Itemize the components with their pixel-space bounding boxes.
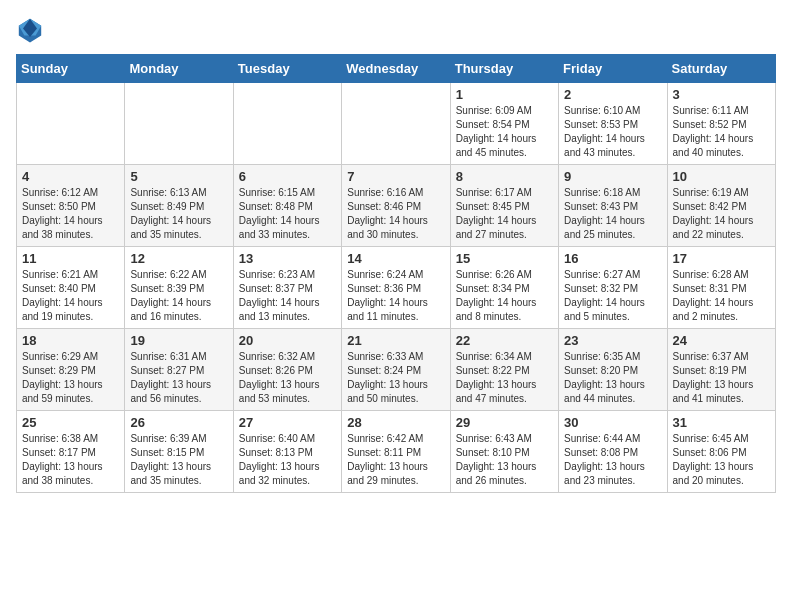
day-info: Sunrise: 6:17 AM Sunset: 8:45 PM Dayligh… [456,186,553,242]
calendar-week-row: 18Sunrise: 6:29 AM Sunset: 8:29 PM Dayli… [17,329,776,411]
calendar-day-cell: 5Sunrise: 6:13 AM Sunset: 8:49 PM Daylig… [125,165,233,247]
day-info: Sunrise: 6:18 AM Sunset: 8:43 PM Dayligh… [564,186,661,242]
day-info: Sunrise: 6:43 AM Sunset: 8:10 PM Dayligh… [456,432,553,488]
day-info: Sunrise: 6:22 AM Sunset: 8:39 PM Dayligh… [130,268,227,324]
day-info: Sunrise: 6:37 AM Sunset: 8:19 PM Dayligh… [673,350,770,406]
calendar-day-cell: 27Sunrise: 6:40 AM Sunset: 8:13 PM Dayli… [233,411,341,493]
calendar-day-cell: 26Sunrise: 6:39 AM Sunset: 8:15 PM Dayli… [125,411,233,493]
day-number: 10 [673,169,770,184]
day-info: Sunrise: 6:26 AM Sunset: 8:34 PM Dayligh… [456,268,553,324]
calendar-body: 1Sunrise: 6:09 AM Sunset: 8:54 PM Daylig… [17,83,776,493]
day-info: Sunrise: 6:27 AM Sunset: 8:32 PM Dayligh… [564,268,661,324]
day-info: Sunrise: 6:12 AM Sunset: 8:50 PM Dayligh… [22,186,119,242]
calendar-day-header: Thursday [450,55,558,83]
day-info: Sunrise: 6:40 AM Sunset: 8:13 PM Dayligh… [239,432,336,488]
day-number: 28 [347,415,444,430]
day-number: 11 [22,251,119,266]
day-number: 9 [564,169,661,184]
day-info: Sunrise: 6:35 AM Sunset: 8:20 PM Dayligh… [564,350,661,406]
calendar-day-cell: 28Sunrise: 6:42 AM Sunset: 8:11 PM Dayli… [342,411,450,493]
day-number: 7 [347,169,444,184]
day-number: 15 [456,251,553,266]
calendar-day-cell: 14Sunrise: 6:24 AM Sunset: 8:36 PM Dayli… [342,247,450,329]
calendar-week-row: 1Sunrise: 6:09 AM Sunset: 8:54 PM Daylig… [17,83,776,165]
day-number: 21 [347,333,444,348]
day-number: 3 [673,87,770,102]
calendar-week-row: 11Sunrise: 6:21 AM Sunset: 8:40 PM Dayli… [17,247,776,329]
calendar-day-cell: 8Sunrise: 6:17 AM Sunset: 8:45 PM Daylig… [450,165,558,247]
day-info: Sunrise: 6:15 AM Sunset: 8:48 PM Dayligh… [239,186,336,242]
day-info: Sunrise: 6:34 AM Sunset: 8:22 PM Dayligh… [456,350,553,406]
day-number: 29 [456,415,553,430]
calendar-day-cell: 12Sunrise: 6:22 AM Sunset: 8:39 PM Dayli… [125,247,233,329]
day-info: Sunrise: 6:29 AM Sunset: 8:29 PM Dayligh… [22,350,119,406]
day-info: Sunrise: 6:10 AM Sunset: 8:53 PM Dayligh… [564,104,661,160]
calendar-day-cell: 13Sunrise: 6:23 AM Sunset: 8:37 PM Dayli… [233,247,341,329]
calendar-day-header: Sunday [17,55,125,83]
day-number: 4 [22,169,119,184]
calendar-table: SundayMondayTuesdayWednesdayThursdayFrid… [16,54,776,493]
day-info: Sunrise: 6:16 AM Sunset: 8:46 PM Dayligh… [347,186,444,242]
day-number: 31 [673,415,770,430]
day-number: 1 [456,87,553,102]
logo-icon [16,16,44,44]
day-info: Sunrise: 6:24 AM Sunset: 8:36 PM Dayligh… [347,268,444,324]
day-number: 22 [456,333,553,348]
day-number: 5 [130,169,227,184]
calendar-day-cell: 30Sunrise: 6:44 AM Sunset: 8:08 PM Dayli… [559,411,667,493]
day-info: Sunrise: 6:28 AM Sunset: 8:31 PM Dayligh… [673,268,770,324]
logo [16,16,48,44]
calendar-day-cell: 20Sunrise: 6:32 AM Sunset: 8:26 PM Dayli… [233,329,341,411]
calendar-day-cell: 2Sunrise: 6:10 AM Sunset: 8:53 PM Daylig… [559,83,667,165]
calendar-day-cell: 1Sunrise: 6:09 AM Sunset: 8:54 PM Daylig… [450,83,558,165]
day-number: 27 [239,415,336,430]
day-number: 26 [130,415,227,430]
calendar-day-cell [125,83,233,165]
day-number: 16 [564,251,661,266]
day-info: Sunrise: 6:09 AM Sunset: 8:54 PM Dayligh… [456,104,553,160]
day-info: Sunrise: 6:45 AM Sunset: 8:06 PM Dayligh… [673,432,770,488]
calendar-day-cell: 22Sunrise: 6:34 AM Sunset: 8:22 PM Dayli… [450,329,558,411]
calendar-day-header: Saturday [667,55,775,83]
day-number: 19 [130,333,227,348]
calendar-day-cell: 23Sunrise: 6:35 AM Sunset: 8:20 PM Dayli… [559,329,667,411]
calendar-day-cell: 4Sunrise: 6:12 AM Sunset: 8:50 PM Daylig… [17,165,125,247]
day-info: Sunrise: 6:11 AM Sunset: 8:52 PM Dayligh… [673,104,770,160]
day-info: Sunrise: 6:44 AM Sunset: 8:08 PM Dayligh… [564,432,661,488]
calendar-header-row: SundayMondayTuesdayWednesdayThursdayFrid… [17,55,776,83]
calendar-day-cell: 24Sunrise: 6:37 AM Sunset: 8:19 PM Dayli… [667,329,775,411]
day-info: Sunrise: 6:23 AM Sunset: 8:37 PM Dayligh… [239,268,336,324]
day-number: 2 [564,87,661,102]
calendar-day-cell [17,83,125,165]
calendar-day-cell [233,83,341,165]
calendar-day-cell: 11Sunrise: 6:21 AM Sunset: 8:40 PM Dayli… [17,247,125,329]
calendar-day-cell: 18Sunrise: 6:29 AM Sunset: 8:29 PM Dayli… [17,329,125,411]
day-number: 6 [239,169,336,184]
day-number: 30 [564,415,661,430]
calendar-day-cell [342,83,450,165]
day-number: 14 [347,251,444,266]
calendar-day-header: Friday [559,55,667,83]
day-number: 12 [130,251,227,266]
page-header [16,16,776,44]
calendar-day-cell: 29Sunrise: 6:43 AM Sunset: 8:10 PM Dayli… [450,411,558,493]
calendar-day-cell: 25Sunrise: 6:38 AM Sunset: 8:17 PM Dayli… [17,411,125,493]
calendar-day-cell: 9Sunrise: 6:18 AM Sunset: 8:43 PM Daylig… [559,165,667,247]
day-number: 24 [673,333,770,348]
day-info: Sunrise: 6:39 AM Sunset: 8:15 PM Dayligh… [130,432,227,488]
day-number: 20 [239,333,336,348]
calendar-week-row: 4Sunrise: 6:12 AM Sunset: 8:50 PM Daylig… [17,165,776,247]
calendar-week-row: 25Sunrise: 6:38 AM Sunset: 8:17 PM Dayli… [17,411,776,493]
day-info: Sunrise: 6:38 AM Sunset: 8:17 PM Dayligh… [22,432,119,488]
calendar-day-cell: 21Sunrise: 6:33 AM Sunset: 8:24 PM Dayli… [342,329,450,411]
day-info: Sunrise: 6:13 AM Sunset: 8:49 PM Dayligh… [130,186,227,242]
day-info: Sunrise: 6:21 AM Sunset: 8:40 PM Dayligh… [22,268,119,324]
day-number: 23 [564,333,661,348]
day-info: Sunrise: 6:19 AM Sunset: 8:42 PM Dayligh… [673,186,770,242]
day-number: 17 [673,251,770,266]
calendar-day-cell: 19Sunrise: 6:31 AM Sunset: 8:27 PM Dayli… [125,329,233,411]
calendar-day-cell: 10Sunrise: 6:19 AM Sunset: 8:42 PM Dayli… [667,165,775,247]
day-info: Sunrise: 6:32 AM Sunset: 8:26 PM Dayligh… [239,350,336,406]
day-number: 25 [22,415,119,430]
day-info: Sunrise: 6:42 AM Sunset: 8:11 PM Dayligh… [347,432,444,488]
